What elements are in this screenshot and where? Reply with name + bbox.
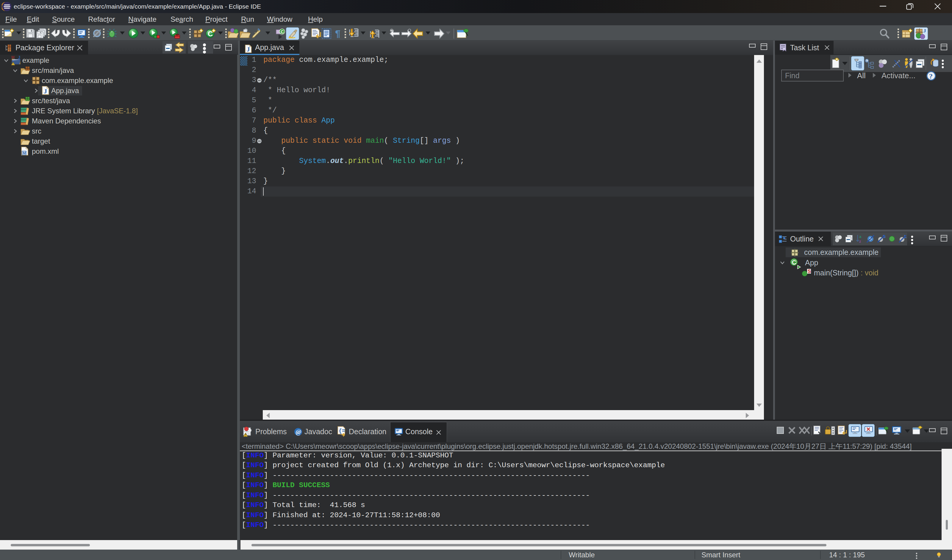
svg-text:S: S	[808, 269, 811, 274]
svg-text:a: a	[859, 234, 862, 239]
svg-text:C: C	[281, 29, 284, 34]
svg-text:?: ?	[929, 72, 933, 80]
svg-text:J: J	[247, 46, 250, 52]
svg-text:z: z	[859, 239, 861, 243]
svg-text:J: J	[44, 88, 47, 95]
svg-text:M: M	[11, 55, 15, 60]
svg-text:J: J	[18, 55, 20, 60]
svg-text:!: !	[245, 433, 246, 437]
svg-text:@: @	[295, 428, 301, 435]
svg-text:M: M	[23, 151, 26, 155]
svg-text:J: J	[923, 28, 926, 34]
svg-text:{=: {=	[338, 428, 345, 434]
svg-text:C: C	[792, 259, 796, 265]
svg-text:!: !	[12, 62, 13, 65]
